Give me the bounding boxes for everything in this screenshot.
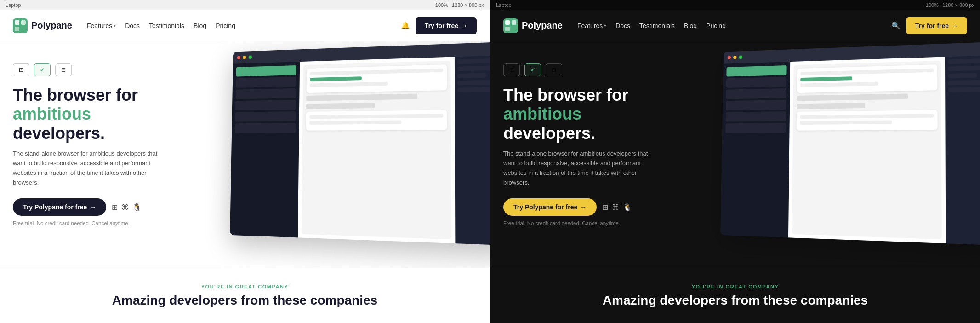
responsive-icon-dark: ⊡ — [509, 67, 514, 73]
cta-btn-light[interactable]: Try Polypane for free → — [13, 198, 106, 216]
mock-body-light — [230, 55, 490, 246]
icon-box-1-dark: ⊡ — [503, 63, 520, 76]
try-arrow-dark: → — [952, 22, 958, 29]
try-btn-light[interactable]: Try for free → — [416, 17, 477, 34]
mock-sidebar-item-d2 — [726, 77, 786, 88]
try-label-dark: Try for free — [915, 22, 949, 29]
nav-links-light: Features ▾ Docs Testimonials Blog Pricin… — [87, 22, 390, 29]
resolution-label-light: 1280 × 800 px — [452, 2, 484, 8]
mock-row-d2 — [797, 103, 865, 109]
linux-icon-light: 🐧 — [132, 203, 142, 212]
mock-panel-row-2 — [457, 65, 490, 71]
nav-features-dark[interactable]: Features ▾ — [577, 22, 606, 29]
mock-row-2 — [306, 103, 375, 109]
browser-chrome-light: Laptop 100% 1280 × 800 px — [0, 0, 490, 10]
panel-dark: Laptop 100% 1280 × 800 px Polypane Featu… — [490, 0, 980, 323]
icon-box-1-light: ⊡ — [13, 63, 29, 76]
icon-box-2-light: ✔ — [34, 63, 51, 76]
hero-light: ⊡ ✔ ⊟ The browser for ambitious develope… — [0, 41, 490, 268]
nav-pricing-light[interactable]: Pricing — [216, 22, 235, 29]
mock-dot-yellow-dark — [733, 56, 736, 59]
navbar-dark: Polypane Features ▾ Docs Testimonials Bl… — [490, 10, 980, 41]
mock-content-light — [298, 57, 455, 243]
check-icon-dark: ✔ — [530, 67, 535, 73]
svg-rect-1 — [15, 20, 19, 25]
mock-panel-row-d1 — [948, 58, 980, 64]
mock-card-1-light — [306, 64, 447, 93]
hero-title-dark: The browser for ambitious developers. — [503, 86, 678, 143]
mock-card-line-accent-d — [800, 76, 852, 81]
cta-btn-dark[interactable]: Try Polypane for free → — [503, 198, 597, 216]
mock-dot-red-light — [237, 56, 240, 59]
cta-arrow-light: → — [90, 203, 96, 211]
windows-icon-dark: ⊞ — [602, 203, 608, 212]
svg-rect-5 — [505, 20, 510, 25]
resolution-label-dark: 1280 × 800 px — [942, 2, 974, 8]
search-icon-dark[interactable]: 🔍 — [891, 21, 900, 30]
nav-blog-light[interactable]: Blog — [194, 22, 206, 29]
nav-docs-dark[interactable]: Docs — [615, 22, 630, 29]
logo-link-dark[interactable]: Polypane — [503, 18, 563, 33]
hero-left-dark: ⊡ ✔ ⊟ The browser for ambitious develope… — [503, 60, 678, 226]
companies-section-light: YOU'RE IN GREAT COMPANY Amazing develope… — [0, 268, 490, 323]
browser-chrome-dark: Laptop 100% 1280 × 800 px — [490, 0, 980, 10]
mock-body-dark — [720, 55, 980, 246]
try-btn-dark[interactable]: Try for free → — [906, 17, 967, 34]
logo-text-dark: Polypane — [522, 20, 563, 31]
hero-note-dark: Free trial. No credit card needed. Cance… — [503, 220, 678, 226]
svg-rect-6 — [512, 20, 516, 25]
chevron-down-icon: ▾ — [114, 23, 116, 28]
mock-sidebar-item-d5 — [726, 111, 786, 121]
icon-row-dark: ⊡ ✔ ⊟ — [503, 63, 678, 76]
mock-card-line-d1 — [800, 69, 934, 76]
mock-row-d1 — [797, 93, 908, 101]
svg-rect-3 — [15, 27, 19, 31]
hero-left-light: ⊡ ✔ ⊟ The browser for ambitious develope… — [13, 60, 188, 226]
mock-panel-row-d5 — [948, 87, 980, 92]
polypane-logo-light — [13, 18, 28, 33]
icon-box-3-dark: ⊟ — [546, 63, 562, 76]
zoom-label-light: 100% — [435, 2, 448, 8]
mock-dot-yellow-light — [243, 56, 246, 59]
mock-panel-row-d4 — [948, 80, 980, 86]
platform-icons-dark: ⊞ ⌘ 🐧 — [602, 203, 632, 212]
mock-dot-green-dark — [739, 55, 742, 59]
mock-card-line-3 — [309, 114, 443, 119]
platform-icons-light: ⊞ ⌘ 🐧 — [112, 203, 142, 212]
mock-content-inner-dark — [792, 61, 942, 240]
mock-card-line-d2 — [800, 82, 878, 87]
companies-title-dark: Amazing developers from these companies — [603, 293, 868, 308]
nav-pricing-dark[interactable]: Pricing — [706, 22, 726, 29]
apple-icon-dark: ⌘ — [612, 203, 619, 212]
hero-title-line1-light: The browser for — [13, 86, 138, 104]
mock-panel-row-1 — [457, 58, 490, 64]
hero-title-accent-dark: ambitious — [503, 104, 581, 123]
bell-icon-light[interactable]: 🔔 — [401, 21, 410, 30]
mock-panel-row-d2 — [948, 65, 980, 71]
hero-cta-dark: Try Polypane for free → ⊞ ⌘ 🐧 — [503, 198, 678, 216]
nav-docs-light[interactable]: Docs — [125, 22, 140, 29]
browser-mock-dark — [720, 41, 980, 246]
polypane-logo-dark — [503, 18, 518, 33]
logo-link-light[interactable]: Polypane — [13, 18, 72, 33]
hero-title-light: The browser for ambitious developers. — [13, 86, 188, 143]
nav-blog-dark[interactable]: Blog — [684, 22, 697, 29]
device-label-light: Laptop — [6, 2, 21, 8]
nav-testimonials-dark[interactable]: Testimonials — [639, 22, 675, 29]
icon-box-2-dark: ✔ — [524, 63, 541, 76]
windows-icon-light: ⊞ — [112, 203, 118, 212]
companies-title-light: Amazing developers from these companies — [112, 293, 377, 308]
mock-card-1-dark — [797, 64, 937, 93]
nav-features-light[interactable]: Features ▾ — [87, 22, 116, 29]
chevron-down-icon-dark: ▾ — [604, 23, 606, 28]
hero-title-developers-dark: developers. — [503, 124, 595, 143]
device-label-dark: Laptop — [496, 2, 512, 8]
mock-card-2-dark — [797, 110, 938, 131]
hero-desc-dark: The stand-alone browser for ambitious de… — [503, 149, 660, 187]
hero-title-accent-light: ambitious — [13, 104, 91, 123]
apple-icon-light: ⌘ — [121, 203, 129, 212]
mock-sidebar-light — [230, 62, 300, 237]
hero-cta-light: Try Polypane for free → ⊞ ⌘ 🐧 — [13, 198, 188, 216]
check-icon-light: ✔ — [40, 67, 45, 73]
nav-testimonials-light[interactable]: Testimonials — [149, 22, 184, 29]
